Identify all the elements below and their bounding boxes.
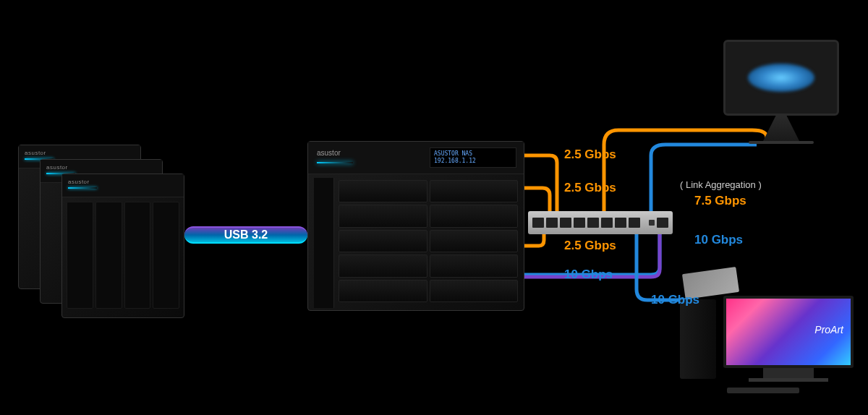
keyboard <box>727 388 799 393</box>
monitor-stand <box>763 368 814 378</box>
drive-bay <box>430 180 519 202</box>
speed-label-aggregated: 7.5 Gbps <box>694 194 746 208</box>
imac-base <box>749 141 814 144</box>
drive-bay <box>430 254 519 277</box>
switch-port <box>587 218 599 228</box>
nas-side-panel <box>314 178 334 308</box>
drive-bay <box>153 202 179 309</box>
drive-bay <box>339 180 427 202</box>
switch-port <box>560 218 571 228</box>
drive-bay <box>430 230 519 252</box>
nas-brand-label: asustor <box>25 150 46 156</box>
switch-port <box>532 218 544 228</box>
drive-bay <box>67 202 93 309</box>
switch-port <box>601 218 613 228</box>
drive-bay <box>339 230 427 252</box>
wallpaper-graphic <box>748 64 814 93</box>
speed-label-10g-nas: 10 Gbps <box>564 268 613 282</box>
drive-bay <box>339 254 427 277</box>
nas-brand-label: asustor <box>46 164 68 171</box>
led-indicator <box>317 162 353 163</box>
usb-connection: USB 3.2 <box>184 221 307 249</box>
main-nas: asustor ASUSTOR NAS 192.168.1.12 <box>307 141 524 311</box>
speed-label-2-5g-1: 2.5 Gbps <box>564 147 616 162</box>
imac-stand <box>763 116 799 141</box>
speed-label-10g-proart: 10 Gbps <box>651 293 699 307</box>
imac-workstation <box>723 40 839 144</box>
switch-port <box>574 218 585 228</box>
switch-port <box>615 218 626 228</box>
imac-screen <box>723 40 839 116</box>
drive-bay <box>430 205 519 227</box>
led-indicator <box>68 187 97 189</box>
switch-button <box>649 220 655 226</box>
lcd-line-2: 192.168.1.12 <box>434 158 512 165</box>
nas-brand-label: asustor <box>317 149 341 157</box>
drive-bay <box>95 202 122 309</box>
proart-monitor: ProArt <box>723 296 854 379</box>
lcd-display: ASUSTOR NAS 192.168.1.12 <box>430 147 516 168</box>
proart-screen: ProArt <box>723 296 854 368</box>
switch-port <box>629 218 640 228</box>
monitor-base <box>749 378 828 382</box>
drive-bay <box>339 205 427 227</box>
drive-bay <box>124 202 151 309</box>
nas-brand-label: asustor <box>68 179 90 185</box>
drive-bay <box>339 280 427 302</box>
monitor-brand-label: ProArt <box>814 324 843 335</box>
link-aggregation-note: ( Link Aggregation ) <box>680 179 762 190</box>
proart-workstation: ProArt <box>673 278 854 393</box>
speed-label-10g-imac: 10 Gbps <box>694 233 743 247</box>
switch-port <box>546 218 558 228</box>
speed-label-2-5g-3: 2.5 Gbps <box>564 239 616 253</box>
usb-label: USB 3.2 <box>224 228 268 241</box>
speed-label-2-5g-2: 2.5 Gbps <box>564 181 616 195</box>
expansion-nas-3: asustor <box>61 174 184 318</box>
switch-port <box>657 218 668 228</box>
network-switch <box>528 211 673 234</box>
desktop-tower <box>680 299 716 379</box>
drive-bay <box>430 280 519 302</box>
lcd-line-1: ASUSTOR NAS <box>434 150 512 158</box>
